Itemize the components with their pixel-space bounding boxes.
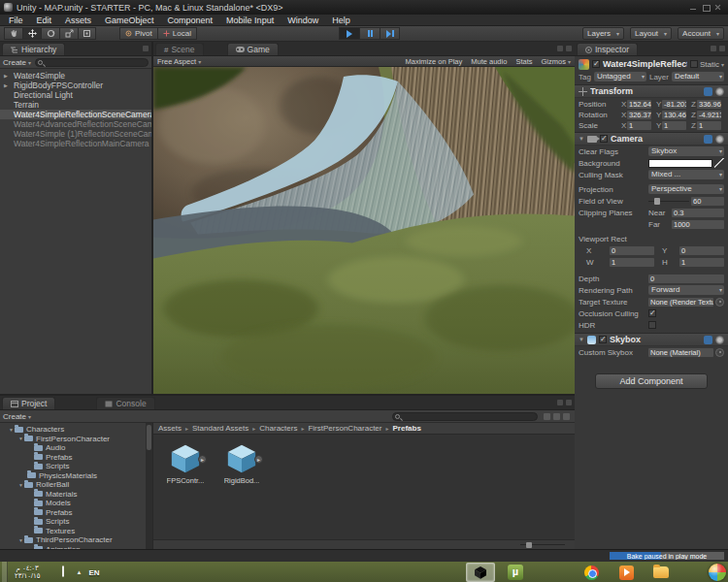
camera-header[interactable]: ▼ Camera [575,132,728,146]
tree-item[interactable]: Audio [0,443,152,453]
taskbar-explorer-button[interactable] [646,563,676,582]
help-icon[interactable] [704,135,712,144]
tag-dropdown[interactable]: Untagged [594,72,646,81]
tree-item[interactable]: Models [0,499,152,508]
tree-item[interactable]: Textures [0,527,152,536]
static-toggle[interactable]: Static ▾ [690,60,724,69]
tab-inspector[interactable]: Inspector [577,43,638,55]
hierarchy-item[interactable]: Terrain [0,100,151,110]
hierarchy-item-selected[interactable]: Water4SimpleReflectionSceneCamera [0,110,151,119]
tab-scene[interactable]: # Scene [155,43,204,55]
active-checkbox[interactable] [592,60,600,68]
occlusion-culling-checkbox[interactable] [648,309,656,317]
hierarchy-item[interactable]: ▶RigidBodyFPSController [0,81,151,90]
transform-header[interactable]: Transform [575,84,728,98]
add-component-button[interactable]: Add Component [595,373,708,389]
labels-icon[interactable] [553,413,560,420]
skybox-enabled-checkbox[interactable] [599,336,607,343]
fold-arrow-icon[interactable]: ▼ [17,537,24,543]
stats-toggle[interactable]: Stats [515,57,532,66]
tree-item[interactable]: ▼Characters [0,425,152,435]
hierarchy-item[interactable]: Water4Simple (1)ReflectionSceneCamera [0,129,151,139]
tree-item[interactable]: ▼ThirdPersonCharacter [0,535,152,545]
bake-progress[interactable]: Bake paused in play mode [609,551,725,561]
viewport-h-field[interactable]: 1 [679,258,724,267]
chevron-down-icon[interactable]: ▾ [721,61,724,68]
pane-menu-icon[interactable] [143,46,149,51]
tree-item[interactable]: PhysicsMaterials [0,471,152,481]
asset-item[interactable]: ▸ RigidBod... [219,442,264,485]
tab-game[interactable]: Game [227,43,279,55]
gizmos-dropdown[interactable]: Gizmos ▾ [541,57,571,66]
menu-file[interactable]: File [2,15,30,26]
viewport-w-field[interactable]: 1 [610,258,654,267]
volume-icon[interactable] [47,566,58,578]
maximize-on-play-toggle[interactable]: Maximize on Play [405,57,462,66]
tree-item[interactable]: Scripts [0,462,152,471]
layer-dropdown[interactable]: Default [672,72,724,81]
hierarchy-search-input[interactable] [35,58,149,67]
move-tool-button[interactable] [22,27,41,40]
menu-edit[interactable]: Edit [30,15,59,26]
favorites-icon[interactable] [544,413,550,420]
menu-component[interactable]: Component [161,15,220,26]
skybox-header[interactable]: ▼ Skybox [575,333,728,346]
object-picker-icon[interactable] [715,348,724,357]
static-checkbox[interactable] [690,60,698,68]
scale-x-field[interactable]: 1 [627,121,651,130]
project-search-input[interactable] [392,412,538,421]
rotate-tool-button[interactable] [41,27,59,40]
taskbar-chrome-button[interactable] [577,563,606,582]
fold-arrow-icon[interactable]: ▼ [17,436,24,441]
near-field[interactable]: 0.3 [672,209,724,217]
help-icon[interactable] [704,336,712,344]
fov-slider[interactable] [648,196,689,206]
viewport-y-field[interactable]: 0 [679,246,724,255]
hierarchy-item[interactable]: ▶Water4Simple [0,71,151,81]
local-toggle-button[interactable]: Local [157,27,197,40]
slider-thumb[interactable] [526,542,532,548]
fov-field[interactable]: 60 [691,197,724,206]
rendering-path-dropdown[interactable]: Forward [648,285,724,295]
tree-item[interactable]: ▼FirstPersonCharacter [0,435,152,444]
slider-thumb[interactable] [654,198,660,205]
breadcrumb-characters[interactable]: Characters [259,424,308,433]
taskbar-utorrent-button[interactable]: µ [501,563,530,582]
fold-arrow-icon[interactable]: ▼ [8,427,15,433]
hidden-icon[interactable] [563,413,570,420]
scale-z-field[interactable]: 1 [697,121,721,130]
viewport-x-field[interactable]: 0 [610,246,654,255]
language-indicator[interactable]: EN [84,568,103,577]
hierarchy-create-button[interactable]: Create▾ [3,58,31,67]
pivot-toggle-button[interactable]: Pivot [119,27,157,40]
custom-skybox-field[interactable]: None (Material) [648,348,713,357]
position-x-field[interactable]: 152.648 [627,100,651,109]
tree-item[interactable]: Materials [0,490,152,500]
tray-expand-icon[interactable]: ▲ [76,562,82,582]
camera-enabled-checkbox[interactable] [600,135,608,143]
fold-arrow-icon[interactable]: ▶ [4,82,8,88]
rotation-z-field[interactable]: -4.9213 [697,111,721,119]
tab-console[interactable]: Console [96,397,154,409]
hdr-checkbox[interactable] [648,321,656,329]
tree-item[interactable]: ▼RollerBall [0,480,152,490]
play-button[interactable] [339,27,359,40]
background-color-swatch[interactable] [648,159,712,168]
tree-item[interactable]: Prefabs [0,508,152,518]
asset-item[interactable]: ▸ FPSContr... [163,442,208,485]
breadcrumb-standard-assets[interactable]: Standard Assets [192,424,259,433]
prefab-select-arrow-icon[interactable]: ▸ [254,455,263,464]
tree-item[interactable]: Prefabs [0,453,152,463]
gear-icon[interactable] [715,336,724,344]
game-viewport[interactable] [153,67,575,394]
help-icon[interactable] [704,87,712,96]
aspect-dropdown[interactable]: Free Aspect ▾ [157,57,201,66]
far-field[interactable]: 1000 [672,220,724,229]
rotation-x-field[interactable]: 326.375 [627,111,651,119]
taskbar-clock[interactable]: ٠٤:٠٣ م ٢٣/١٠/١٥ [11,565,44,580]
hand-tool-button[interactable] [4,27,22,40]
menu-mobile-input[interactable]: Mobile Input [219,15,281,26]
prefab-select-arrow-icon[interactable]: ▸ [198,455,207,464]
step-button[interactable] [380,27,400,40]
pane-menu-icon[interactable] [557,46,572,51]
